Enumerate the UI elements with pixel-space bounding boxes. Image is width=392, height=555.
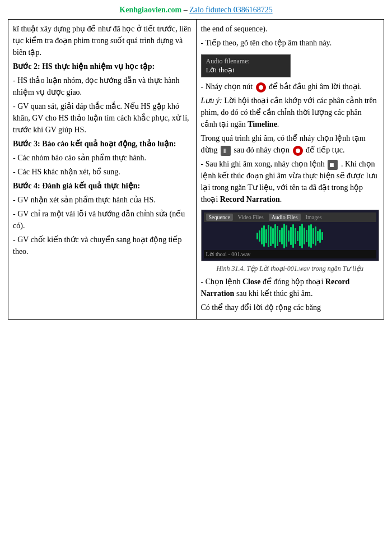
right-p5-end: để tiếp tục. (306, 146, 344, 154)
wave-bar (315, 226, 316, 246)
right-p7-post: để đóng hộp thoại (261, 278, 325, 286)
wave-bar (263, 225, 265, 247)
right-p3-post: để bắt đầu ghi âm lời thoại. (269, 82, 362, 91)
left-p2-1: - HS thảo luận nhóm, đọc hướng dẫn và th… (13, 75, 192, 98)
tab-sequence: Sequence (206, 214, 233, 221)
luu-y-italic: Lưu ý: (201, 96, 222, 105)
waveform-bars (204, 222, 377, 250)
right-p5-post: sau đó nháy chọn (234, 146, 290, 154)
wave-bar (272, 228, 274, 244)
wave-bar (299, 226, 301, 246)
right-p3-pre: - Nháy chọn nút (201, 82, 253, 91)
wave-bar (288, 230, 290, 242)
right-p7-end: sau khi kết thúc ghi âm. (234, 289, 312, 298)
wave-bar (319, 229, 321, 243)
stop-button-icon (328, 160, 338, 170)
tab-video-files: Video Files (235, 214, 267, 221)
right-p6-pre: - Sau khi ghi âm xong, nháy chọn lệnh (201, 160, 325, 168)
right-p4-rest: Lời hội thoại cần khớp với các phân cảnh… (201, 96, 377, 128)
audio-value: Lời thoại (206, 66, 286, 75)
wave-bar (259, 230, 260, 242)
filename-label: Lời thoai - 001.wav (204, 250, 377, 258)
dash: – (181, 6, 189, 14)
left-column: kĩ thuật xây dựng phụ đề như đã học ở ti… (8, 20, 197, 320)
left-p4-3: - GV chốt kiến thức và chuyển sang hoạt … (13, 234, 192, 257)
tab-images: Images (303, 214, 325, 221)
record-button-icon-2 (293, 146, 303, 156)
record-narration-bold: Record Narration (220, 195, 280, 203)
wave-bar (304, 228, 305, 244)
right-p5: Trong quá trình ghi âm, có thể nháy chọn… (201, 132, 380, 156)
waveform-display (204, 222, 377, 250)
wave-bar (321, 232, 323, 240)
wave-bar (312, 228, 314, 244)
wave-bar (261, 228, 263, 244)
wave-bar (297, 231, 298, 241)
right-p7-pre: - Chọn lệnh (201, 278, 242, 286)
wave-bar (308, 225, 310, 247)
left-heading2: Bước 2: HS thực hiện nhiệm vụ học tập: (13, 61, 192, 72)
wave-bar (277, 226, 278, 246)
wave-bar (290, 227, 292, 245)
left-p3-2: - Các HS khác nhận xét, bổ sung. (13, 166, 192, 178)
wave-bar (268, 225, 269, 247)
wave-bar (265, 229, 267, 243)
screenshot-tabs: Sequence Video Files Audio Files Images (204, 212, 377, 222)
right-p6: - Sau khi ghi âm xong, nháy chọn lệnh . … (201, 158, 380, 205)
tab-audio-files: Audio Files (269, 214, 301, 221)
wave-bar (274, 224, 276, 248)
left-heading3: Bước 3: Báo cáo kết quả hoạt động, thảo … (13, 138, 192, 150)
timeline-bold: Timeline (248, 120, 277, 128)
fig-caption: Hình 31.4. Tệp Lời thoại-001.wav trong n… (201, 263, 380, 274)
right-column: the end of sequence). - Tiếp theo, gõ tê… (196, 20, 384, 320)
right-p4: Lưu ý: Lời hội thoại cần khớp với các ph… (201, 95, 380, 130)
audio-label: Audio filename: (206, 57, 286, 66)
wave-bar (292, 224, 294, 248)
right-p8: Có thể thay đổi lời độ rộng các băng (201, 302, 380, 313)
right-p4-end: . (277, 120, 279, 128)
wave-bar (256, 233, 258, 239)
zalo-link: Zalo fidutech 0386168725 (189, 6, 273, 14)
site-link: Kenhgiaovien.com (119, 6, 181, 14)
close-bold: Close (242, 278, 261, 286)
wave-bar (310, 224, 312, 248)
wave-bar (279, 230, 281, 242)
wave-bar (295, 228, 296, 244)
right-p6-end: . (280, 195, 282, 203)
wave-bar (317, 231, 319, 241)
record-button-icon (256, 82, 266, 92)
wave-bar (286, 225, 287, 247)
wave-bar (270, 226, 272, 246)
right-p3: - Nháy chọn nút để bắt đầu ghi âm lời th… (201, 81, 380, 92)
main-table: kĩ thuật xây dựng phụ đề như đã học ở ti… (8, 19, 384, 320)
left-heading4: Bước 4: Đánh giá kết quả thực hiện: (13, 180, 192, 192)
wave-bar (306, 230, 307, 242)
right-p7: - Chọn lệnh Close để đóng hộp thoại Reco… (201, 276, 380, 299)
right-p2: - Tiếp theo, gõ tên cho tệp âm thanh này… (201, 37, 380, 49)
left-p3-1: - Các nhóm báo cáo sản phẩm thực hành. (13, 152, 192, 164)
tu-lieu-screenshot: Sequence Video Files Audio Files Images (201, 210, 380, 261)
pause-button-icon (221, 146, 231, 156)
left-p2-2: - GV quan sát, giải đáp thắc mắc. Nếu HS… (13, 100, 192, 136)
wave-bar (301, 224, 303, 248)
wave-bar (281, 228, 283, 244)
audio-filename-box: Audio filename: Lời thoại (201, 54, 291, 77)
right-p1: the end of sequence). (201, 23, 380, 35)
page-header: Kenhgiaovien.com – Zalo fidutech 0386168… (0, 0, 392, 19)
left-p4-2: - GV chỉ ra một vài lỗi và hướng dẫn chỉ… (13, 208, 192, 232)
wave-bar (283, 224, 285, 248)
left-p1: kĩ thuật xây dựng phụ đề như đã học ở ti… (13, 23, 192, 58)
left-p4-1: - GV nhận xét sản phẩm thực hành của HS. (13, 194, 192, 206)
